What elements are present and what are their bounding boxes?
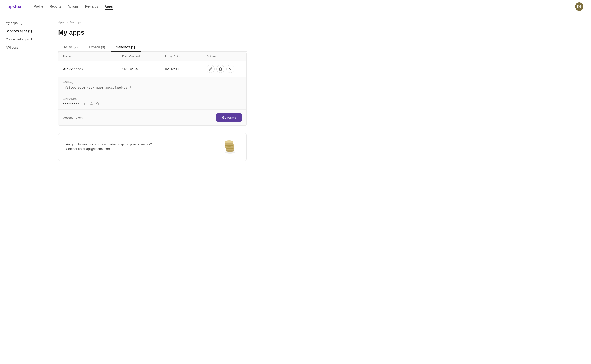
- breadcrumb-separator: ›: [67, 21, 68, 24]
- api-key-value: 7f9fc0c-66c4-4367-8a08-38cc7f35d479: [63, 86, 127, 89]
- svg-point-3: [90, 103, 93, 105]
- api-secret-section: API Secret ••••••••••: [58, 93, 247, 110]
- tab-active[interactable]: Active (2): [58, 43, 83, 52]
- nav-profile[interactable]: Profile: [34, 4, 43, 10]
- svg-rect-1: [131, 87, 133, 89]
- show-secret-icon[interactable]: [90, 102, 93, 105]
- svg-point-15: [227, 141, 232, 142]
- main-layout: My apps (2) Sandbox apps (1) Connected a…: [0, 13, 591, 364]
- col-expiry-date: Expiry Date: [164, 55, 207, 58]
- main-content: Apps › My apps My apps Active (2) Expire…: [47, 13, 258, 364]
- api-key-value-row: 7f9fc0c-66c4-4367-8a08-38cc7f35d479: [63, 86, 242, 89]
- tabs: Active (2) Expired (0) Sandbox (1): [58, 43, 247, 52]
- partnership-banner: Are you looking for strategic partnershi…: [58, 133, 247, 161]
- sidebar-item-api-docs[interactable]: API docs: [0, 43, 47, 52]
- table-header: Name Date Created Expiry Date Actions: [58, 52, 247, 61]
- col-date-created: Date Created: [122, 55, 164, 58]
- access-token-section: Access Token Generate: [58, 110, 247, 125]
- date-created: 16/01/2025: [122, 67, 164, 71]
- expiry-date: 16/01/2035: [164, 67, 207, 71]
- nav-actions[interactable]: Actions: [68, 4, 78, 10]
- svg-point-4: [91, 103, 92, 104]
- breadcrumb: Apps › My apps: [58, 21, 247, 24]
- app-name: API Sandbox: [63, 67, 122, 71]
- api-secret-masked: ••••••••••: [63, 102, 81, 105]
- partnership-line1: Are you looking for strategic partnershi…: [66, 142, 152, 146]
- sidebar-item-sandbox-apps[interactable]: Sandbox apps (1): [0, 27, 47, 35]
- apps-table: Name Date Created Expiry Date Actions AP…: [58, 52, 247, 126]
- edit-button[interactable]: [207, 65, 214, 73]
- coins-icon: [220, 140, 239, 154]
- page-title: My apps: [58, 29, 247, 36]
- table-row: API Sandbox 16/01/2025 16/01/2035: [58, 61, 247, 77]
- delete-button[interactable]: [216, 65, 224, 73]
- copy-secret-icon[interactable]: [84, 102, 87, 105]
- generate-button[interactable]: Generate: [216, 113, 242, 122]
- nav-apps[interactable]: Apps: [104, 4, 113, 10]
- partnership-text: Are you looking for strategic partnershi…: [66, 142, 152, 152]
- partnership-line2: Contact us at api@upstox.com: [66, 147, 152, 151]
- col-name: Name: [63, 55, 122, 58]
- expand-button[interactable]: [226, 65, 234, 73]
- api-secret-label: API Secret: [63, 97, 242, 100]
- tab-sandbox[interactable]: Sandbox (1): [111, 43, 141, 52]
- nav-reports[interactable]: Reports: [50, 4, 61, 10]
- svg-text:upstox: upstox: [7, 4, 21, 9]
- topnav: upstox Profile Reports Actions Rewards A…: [0, 0, 591, 13]
- tab-expired[interactable]: Expired (0): [83, 43, 110, 52]
- nav-links: Profile Reports Actions Rewards Apps: [34, 4, 575, 10]
- breadcrumb-apps[interactable]: Apps: [58, 21, 65, 24]
- nav-rewards[interactable]: Rewards: [85, 4, 98, 10]
- expanded-row: API Key 7f9fc0c-66c4-4367-8a08-38cc7f35d…: [58, 77, 247, 125]
- api-key-label: API Key: [63, 81, 242, 84]
- copy-api-key-icon[interactable]: [130, 86, 133, 89]
- api-secret-value-row: ••••••••••: [63, 102, 242, 105]
- svg-rect-2: [85, 103, 87, 105]
- access-token-label: Access Token: [63, 116, 83, 119]
- logo[interactable]: upstox: [7, 4, 24, 9]
- col-actions: Actions: [207, 55, 242, 58]
- sidebar-item-my-apps[interactable]: My apps (2): [0, 19, 47, 27]
- breadcrumb-current: My apps: [70, 21, 81, 24]
- refresh-secret-icon[interactable]: [96, 102, 99, 105]
- sidebar: My apps (2) Sandbox apps (1) Connected a…: [0, 13, 47, 364]
- row-actions: [207, 65, 242, 73]
- sidebar-item-connected-apps[interactable]: Connected apps (1): [0, 35, 47, 43]
- api-key-section: API Key 7f9fc0c-66c4-4367-8a08-38cc7f35d…: [58, 77, 247, 93]
- user-avatar[interactable]: KG: [575, 2, 584, 11]
